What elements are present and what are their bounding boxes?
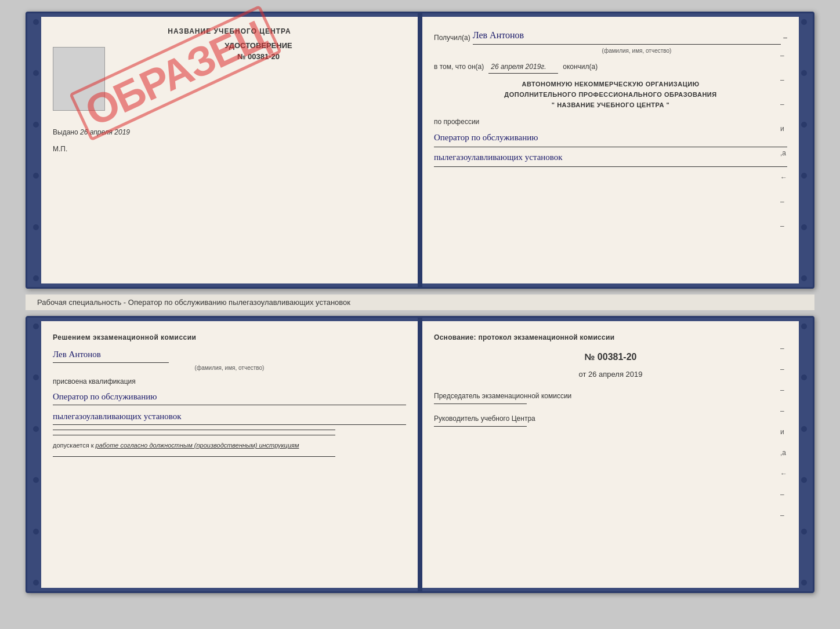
blank-line-2 <box>53 435 335 435</box>
binding-dot <box>33 224 39 230</box>
page-container: НАЗВАНИЕ УЧЕБНОГО ЦЕНТРА ОБРАЗЕЦ УДОСТОВ… <box>12 12 828 593</box>
date-line: в том, что он(а) 26 апреля 2019г. окончи… <box>434 61 787 74</box>
cert-mp: М.П. <box>53 145 406 153</box>
chairman-label: Председатель экзаменационной комиссии <box>434 391 787 401</box>
bottom-right-page: Основание: протокол экзаменационной коми… <box>422 321 799 588</box>
bottom-person-name: Лев Антонов <box>53 347 169 363</box>
dopuskaetsya-value: работе согласно должностным (производств… <box>96 442 299 449</box>
bottom-left-content: Решением экзаменационной комиссии Лев Ан… <box>53 332 406 457</box>
org-block: АВТОНОМНУЮ НЕКОММЕРЧЕСКУЮ ОРГАНИЗАЦИЮ ДО… <box>434 79 787 110</box>
binding-dot <box>33 375 39 380</box>
dopuskaetsya-line: допускается к работе согласно должностны… <box>53 440 406 452</box>
chairman-block: Председатель экзаменационной комиссии <box>434 391 787 404</box>
chairman-signature-line <box>434 403 527 404</box>
qualification-line2: пылегазоулавливающих установок <box>53 409 406 425</box>
recipient-name: Лев Антонов <box>473 27 781 45</box>
binding-dot <box>801 477 807 483</box>
bottom-right-binding <box>799 321 809 588</box>
left-binding <box>31 17 41 283</box>
director-label: Руководитель учебного Центра <box>434 413 787 424</box>
binding-dot <box>801 580 807 586</box>
okonchil-label: окончил(а) <box>563 61 598 74</box>
binding-dot <box>33 122 39 128</box>
binding-dot <box>33 19 39 25</box>
bottom-left-binding <box>31 321 41 588</box>
profession-line1: Оператор по обслуживанию <box>434 130 787 147</box>
binding-dot <box>801 529 807 535</box>
osnov-title: Основание: протокол экзаменационной коми… <box>434 332 787 344</box>
binding-dot <box>801 375 807 380</box>
binding-dot <box>801 426 807 432</box>
binding-dot <box>33 529 39 535</box>
qualification-label: присвоена квалификация <box>53 376 406 388</box>
protocol-date: от 26 апреля 2019 <box>434 368 787 381</box>
binding-dot <box>801 275 807 281</box>
middle-label: Рабочая специальность - Оператор по обсл… <box>26 294 814 310</box>
top-document-book: НАЗВАНИЕ УЧЕБНОГО ЦЕНТРА ОБРАЗЕЦ УДОСТОВ… <box>26 12 814 289</box>
protocol-number: № 00381-20 <box>434 349 787 366</box>
poluchil-label: Получил(а) <box>434 32 470 45</box>
fio-label: (фамилия, имя, отчество) <box>434 46 787 56</box>
right-binding <box>799 17 809 283</box>
binding-dot <box>33 323 39 329</box>
org-line2: ДОПОЛНИТЕЛЬНОГО ПРОФЕССИОНАЛЬНОГО ОБРАЗО… <box>434 90 787 100</box>
blank-line-1 <box>53 430 335 430</box>
blank-line-3 <box>53 456 335 457</box>
bottom-date-value: 26 апреля 2019 <box>588 370 643 379</box>
vydano-label: Выдано <box>53 128 78 136</box>
bottom-fio-label: (фамилия, имя, отчество) <box>53 363 406 373</box>
completion-date: 26 апреля 2019г. <box>488 61 558 74</box>
binding-dot <box>33 275 39 281</box>
dash-after-name: – <box>783 32 787 45</box>
bottom-document-book: Решением экзаменационной комиссии Лев Ан… <box>26 316 814 593</box>
profession-line2: пылегазоулавливающих установок <box>434 150 787 167</box>
org-line3: " НАЗВАНИЕ УЧЕБНОГО ЦЕНТРА " <box>434 100 787 111</box>
binding-dot <box>801 224 807 230</box>
top-right-page: Получил(а) Лев Антонов – (фамилия, имя, … <box>422 17 799 283</box>
binding-dot <box>801 173 807 179</box>
recipient-line: Получил(а) Лев Антонов – <box>434 27 787 45</box>
right-dashes-bottom: – – – – и ,а ← – – <box>780 344 787 519</box>
bottom-left-page: Решением экзаменационной комиссии Лев Ан… <box>41 321 418 588</box>
right-dashes-top: – – – и ,а ← – – <box>780 52 787 230</box>
binding-dot <box>33 426 39 432</box>
vtom-label: в том, что он(а) <box>434 61 484 74</box>
binding-dot <box>801 323 807 329</box>
director-signature-line <box>434 426 527 427</box>
binding-dot <box>801 19 807 25</box>
binding-dot <box>33 477 39 483</box>
binding-dot <box>33 173 39 179</box>
director-block: Руководитель учебного Центра <box>434 413 787 427</box>
ot-label: от <box>578 370 586 379</box>
binding-dot <box>33 580 39 586</box>
commission-title: Решением экзаменационной комиссии <box>53 332 406 344</box>
org-line1: АВТОНОМНУЮ НЕКОММЕРЧЕСКУЮ ОРГАНИЗАЦИЮ <box>434 79 787 90</box>
right-page-content: Получил(а) Лев Антонов – (фамилия, имя, … <box>434 27 787 167</box>
binding-dot <box>801 122 807 128</box>
profession-label: по профессии <box>434 116 787 129</box>
bottom-right-content: Основание: протокол экзаменационной коми… <box>434 332 787 427</box>
dopuskaetsya-label: допускается к <box>53 442 94 449</box>
binding-dot <box>801 70 807 76</box>
top-left-page: НАЗВАНИЕ УЧЕБНОГО ЦЕНТРА ОБРАЗЕЦ УДОСТОВ… <box>41 17 418 283</box>
qualification-line1: Оператор по обслуживанию <box>53 389 406 405</box>
binding-dot <box>33 70 39 76</box>
